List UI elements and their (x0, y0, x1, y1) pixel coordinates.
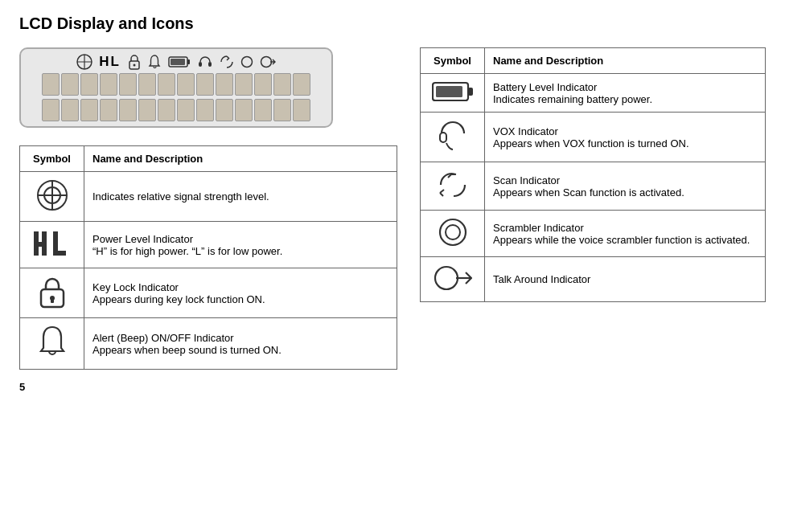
table-row: Key Lock IndicatorAppears during key loc… (20, 268, 397, 318)
svg-rect-26 (436, 86, 462, 97)
battery-level-icon (432, 80, 474, 103)
svg-rect-9 (208, 62, 212, 67)
scan-indicator-icon (436, 169, 470, 201)
svg-rect-8 (199, 62, 202, 67)
svg-rect-23 (51, 299, 54, 303)
left-table: Symbol Name and Description Ind (19, 145, 397, 370)
left-desc-3: Key Lock IndicatorAppears during key loc… (84, 268, 397, 318)
right-column: Symbol Name and Description Battery Leve… (420, 47, 766, 302)
left-table-desc-header: Name and Description (84, 146, 397, 172)
lcd-icon-row: HL (76, 54, 276, 70)
lcd-seg-row1 (42, 73, 310, 96)
left-symbol-3 (20, 268, 84, 318)
table-row: Alert (Beep) ON/OFF IndicatorAppears whe… (20, 318, 397, 370)
scrambler-indicator-icon (438, 217, 468, 248)
left-symbol-4 (20, 318, 84, 370)
svg-rect-6 (187, 59, 190, 64)
right-desc-4: Scrambler IndicatorAppears while the voi… (485, 211, 766, 257)
content-area: HL (19, 47, 766, 370)
right-desc-1: Battery Level IndicatorIndicates remaini… (485, 74, 766, 113)
svg-rect-20 (53, 251, 66, 256)
left-desc-1: Indicates relative signal strength level… (84, 172, 397, 222)
table-row: Indicates relative signal strength level… (20, 172, 397, 222)
lcd-scrambler-icon (240, 55, 253, 68)
right-symbol-5 (421, 257, 485, 302)
right-table-desc-header: Name and Description (485, 48, 766, 74)
lcd-display-image: HL (19, 47, 333, 128)
table-row: Scrambler IndicatorAppears while the voi… (421, 211, 766, 257)
lcd-scan-icon (220, 55, 234, 69)
key-lock-icon (38, 275, 67, 309)
table-row: Scan IndicatorAppears when Scan function… (421, 162, 766, 211)
svg-point-10 (241, 57, 252, 68)
svg-point-29 (446, 225, 460, 239)
right-desc-2: VOX IndicatorAppears when VOX function i… (485, 113, 766, 162)
svg-point-30 (435, 267, 458, 289)
svg-rect-7 (171, 59, 185, 65)
right-symbol-3 (421, 162, 485, 211)
talk-around-icon (434, 264, 472, 293)
page-number: 5 (19, 381, 766, 393)
left-desc-2: Power Level Indicator“H” is for high pow… (84, 222, 397, 268)
table-row: VOX IndicatorAppears when VOX function i… (421, 113, 766, 162)
power-level-icon (32, 228, 72, 259)
right-symbol-4 (421, 211, 485, 257)
lcd-bell-icon (148, 55, 162, 70)
left-table-symbol-header: Symbol (20, 146, 84, 172)
lcd-lock-icon (127, 54, 142, 70)
svg-point-11 (261, 57, 271, 68)
right-symbol-2 (421, 113, 485, 162)
lcd-hl-text: HL (99, 54, 121, 70)
page-title: LCD Display and Icons (19, 14, 766, 33)
svg-rect-18 (42, 231, 47, 256)
vox-indicator-icon (437, 119, 469, 153)
left-symbol-1 (20, 172, 84, 222)
lcd-talkaround-icon (260, 55, 276, 69)
lcd-vox-icon (197, 54, 213, 70)
left-symbol-2 (20, 222, 84, 268)
lcd-signal-icon (76, 54, 92, 70)
right-desc-5: Talk Around Indicator (485, 257, 766, 302)
signal-strength-icon (35, 178, 69, 212)
table-row: Talk Around Indicator (421, 257, 766, 302)
svg-rect-27 (440, 133, 446, 142)
svg-point-4 (133, 64, 135, 67)
svg-point-28 (440, 219, 466, 245)
left-column: HL (19, 47, 397, 370)
right-desc-3: Scan IndicatorAppears when Scan function… (485, 162, 766, 211)
right-table-symbol-header: Symbol (421, 48, 485, 74)
svg-rect-25 (468, 88, 473, 96)
alert-beep-icon (38, 325, 67, 360)
lcd-battery-icon (168, 55, 191, 68)
lcd-seg-row2 (42, 99, 310, 121)
left-desc-4: Alert (Beep) ON/OFF IndicatorAppears whe… (84, 318, 397, 370)
table-row: Battery Level IndicatorIndicates remaini… (421, 74, 766, 113)
table-row: Power Level Indicator“H” is for high pow… (20, 222, 397, 268)
right-symbol-1 (421, 74, 485, 113)
right-table: Symbol Name and Description Battery Leve… (420, 47, 766, 302)
